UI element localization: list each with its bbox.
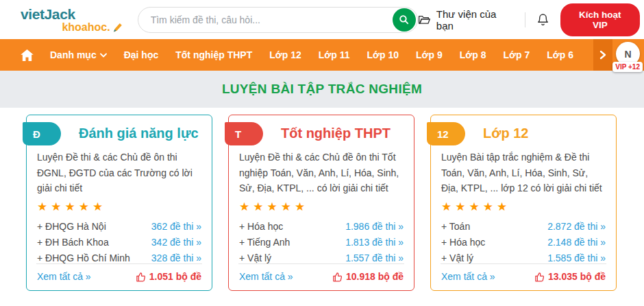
stat-rows: + Toán 2.872 đề thi » + Hóa học 2.148 đề… <box>431 214 616 263</box>
nav-item-label: Lớp 10 <box>367 49 399 60</box>
section-title-band: LUYỆN BÀI TẬP TRẮC NGHIỆM <box>0 71 644 108</box>
row-count-link[interactable]: 362 đề thi » <box>151 221 201 232</box>
main-nav: Danh mụcĐại họcTốt nghiệp THPTLớp 12Lớp … <box>0 39 644 71</box>
row-label[interactable]: + Vật lý <box>239 252 271 263</box>
nav-item-label: Tốt nghiệp THPT <box>175 49 252 60</box>
view-all-link[interactable]: Xem tất cả » <box>37 271 91 282</box>
page: vietJack khoahoc. <box>0 0 644 306</box>
total-count: 10.918 bộ đề <box>332 271 404 282</box>
star-icon: ★ <box>497 200 507 214</box>
card-title[interactable]: Đánh giá năng lực <box>79 126 199 141</box>
nav-scroll-right[interactable] <box>593 39 612 71</box>
logo-text-vietjack: vietJack <box>21 7 123 21</box>
row-count-link[interactable]: 2.148 đề thi » <box>547 237 606 248</box>
row-label[interactable]: + Vật lý <box>441 252 473 263</box>
nav-item-label: Danh mục <box>50 49 97 60</box>
stat-rows: + ĐHQG Hà Nội 362 đề thi » + ĐH Bách Kho… <box>27 214 212 263</box>
row-count-link[interactable]: 1.585 đề thi » <box>547 252 606 263</box>
stat-row: + Vật lý 1.585 đề thi » <box>441 252 606 263</box>
nav-item-label: Lớp 12 <box>269 49 301 60</box>
row-count-link[interactable]: 328 đề thi » <box>151 252 201 263</box>
notifications-button[interactable] <box>536 13 549 27</box>
nav-item-danh-mục[interactable]: Danh mục <box>50 49 107 60</box>
library-label: Thư viện của bạn <box>436 8 514 32</box>
total-count: 13.035 bộ đề <box>534 271 606 282</box>
nav-item-lớp-9[interactable]: Lớp 9 <box>416 49 443 60</box>
stat-row: + ĐHQG Hà Nội 362 đề thi » <box>37 221 201 232</box>
card-description: Luyện Đề thi & các Chủ đề ôn thi ĐGNL, Đ… <box>27 145 212 196</box>
thumb-up-icon <box>534 272 545 282</box>
star-icon: ★ <box>92 200 103 214</box>
row-label[interactable]: + ĐHQG Hồ Chí Minh <box>37 252 130 263</box>
row-label[interactable]: + ĐH Bách Khoa <box>37 237 109 248</box>
row-label[interactable]: + Tiếng Anh <box>239 237 290 248</box>
user-menu: N VIP +12 <box>616 42 641 71</box>
row-count-link[interactable]: 1.986 đề thi » <box>345 221 404 232</box>
thumb-up-icon <box>136 272 146 282</box>
nav-item-label: Lớp 8 <box>460 49 486 60</box>
card-footer: Xem tất cả » 1.051 bộ đề <box>36 263 202 290</box>
card-description: Luyện Đề thi & các Chủ đề ôn thi Tốt ngh… <box>229 145 414 196</box>
home-button[interactable] <box>21 49 34 61</box>
card-badge: 12 <box>427 122 465 145</box>
subject-card-0: Đ Đánh giá năng lực Luyện Đề thi & các C… <box>26 115 212 291</box>
row-label[interactable]: + Toán <box>441 221 470 232</box>
star-icon: ★ <box>65 200 75 214</box>
star-icon: ★ <box>79 200 89 214</box>
row-count-link[interactable]: 342 đề thi » <box>151 237 201 248</box>
total-count-label: 13.035 bộ đề <box>548 271 606 282</box>
vip-status-badge: VIP +12 <box>612 62 643 72</box>
row-label[interactable]: + ĐHQG Hà Nội <box>37 221 106 232</box>
star-icon: ★ <box>267 200 277 214</box>
total-count: 1.051 bộ đề <box>136 271 201 282</box>
star-icon: ★ <box>483 200 493 214</box>
activate-vip-button[interactable]: Kích hoạt VIP <box>560 3 640 36</box>
rating-stars: ★★★★★ <box>229 196 414 214</box>
header-divider <box>525 12 525 27</box>
star-icon: ★ <box>51 200 61 214</box>
chevron-right-icon <box>599 50 607 60</box>
card-title[interactable]: Lớp 12 <box>483 126 528 141</box>
library-link[interactable]: Thư viện của bạn <box>418 8 514 32</box>
nav-item-lớp-12[interactable]: Lớp 12 <box>269 49 301 60</box>
row-count-link[interactable]: 2.872 đề thi » <box>547 221 606 232</box>
star-icon: ★ <box>469 200 480 214</box>
card-description: Luyện Bài tập trắc nghiệm & Đề thi Toán,… <box>431 145 616 196</box>
pencil-icon <box>112 22 123 33</box>
nav-item-lớp-10[interactable]: Lớp 10 <box>367 49 399 60</box>
nav-item-label: Lớp 7 <box>504 49 530 60</box>
section-title: LUYỆN BÀI TẬP TRẮC NGHIỆM <box>222 82 422 97</box>
view-all-link[interactable]: Xem tất cả » <box>239 271 293 282</box>
view-all-link[interactable]: Xem tất cả » <box>441 271 495 282</box>
site-logo[interactable]: vietJack khoahoc. <box>21 7 123 33</box>
nav-item-tốt-nghiệp-thpt[interactable]: Tốt nghiệp THPT <box>175 49 252 60</box>
row-count-link[interactable]: 1.557 đề thi » <box>345 252 404 263</box>
folder-icon <box>418 14 431 25</box>
search-button[interactable] <box>393 8 416 32</box>
nav-item-lớp-7[interactable]: Lớp 7 <box>504 49 530 60</box>
home-icon <box>21 49 34 61</box>
nav-item-lớp-6[interactable]: Lớp 6 <box>547 49 573 60</box>
logo-text-khoahoc: khoahoc. <box>62 22 110 33</box>
card-footer: Xem tất cả » 10.918 bộ đề <box>238 263 404 290</box>
search-input[interactable] <box>138 14 378 25</box>
row-label[interactable]: + Hóa học <box>441 237 485 248</box>
stat-row: + Hóa học 1.986 đề thi » <box>239 221 404 232</box>
nav-item-label: Lớp 9 <box>416 49 443 60</box>
search-icon <box>398 14 410 25</box>
row-label[interactable]: + Hóa học <box>239 221 283 232</box>
row-count-link[interactable]: 1.813 đề thi » <box>345 237 404 248</box>
star-icon: ★ <box>455 200 465 214</box>
star-icon: ★ <box>295 200 305 214</box>
card-footer: Xem tất cả » 13.035 bộ đề <box>441 263 606 290</box>
rating-stars: ★★★★★ <box>431 196 616 214</box>
card-head: T Tốt nghiệp THPT <box>229 122 414 145</box>
top-header: vietJack khoahoc. <box>0 0 644 39</box>
nav-item-lớp-11[interactable]: Lớp 11 <box>319 49 350 60</box>
cards-section: Đ Đánh giá năng lực Luyện Đề thi & các C… <box>0 108 644 291</box>
nav-item-lớp-8[interactable]: Lớp 8 <box>460 49 486 60</box>
nav-item-đại-học[interactable]: Đại học <box>124 49 159 60</box>
card-title[interactable]: Tốt nghiệp THPT <box>281 126 391 141</box>
rating-stars: ★★★★★ <box>27 196 212 214</box>
nav-item-label: Lớp 6 <box>547 49 573 60</box>
